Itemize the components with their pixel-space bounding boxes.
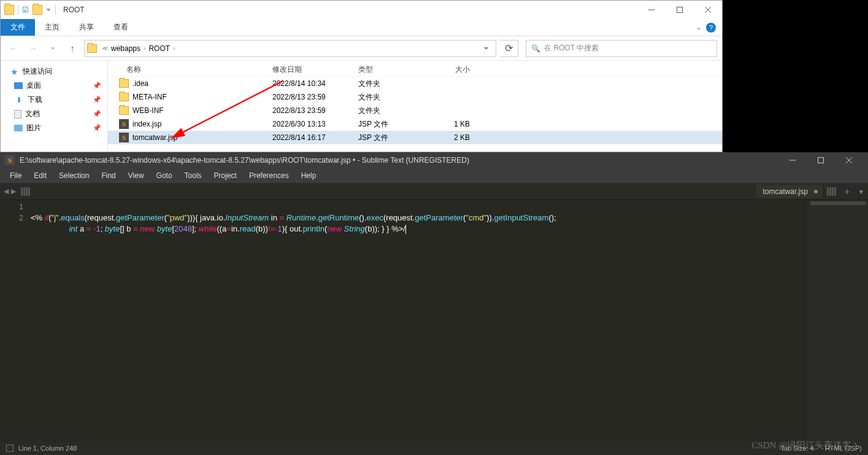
file-row[interactable]: META-INF2022/8/13 23:59文件夹: [108, 90, 722, 104]
status-bar: Line 1, Column 248 Tab Size: 4 HTML (JSP…: [0, 441, 868, 455]
sidebar-label: 文档: [25, 109, 40, 119]
nav-back-button[interactable]: ←: [6, 41, 21, 56]
ribbon-tab-file[interactable]: 文件: [1, 19, 35, 36]
status-position[interactable]: Line 1, Column 248: [18, 445, 77, 452]
col-name[interactable]: 名称: [108, 64, 267, 76]
minimize-button[interactable]: [637, 1, 666, 19]
sidebar-pictures[interactable]: 图片 📌: [1, 121, 107, 135]
text-cursor: [405, 225, 406, 234]
search-input[interactable]: 🔍 在 ROOT 中搜索: [526, 40, 717, 57]
window-controls: [637, 1, 722, 19]
qat-checkbox-icon[interactable]: ☑: [22, 6, 29, 14]
menu-item[interactable]: Project: [208, 169, 243, 182]
ribbon-collapse-icon[interactable]: ⌄: [696, 24, 701, 31]
folder-icon: [87, 44, 97, 53]
file-row[interactable]: .idea2022/8/14 10:34文件夹: [108, 77, 722, 90]
file-date: 2022/8/13 23:59: [267, 106, 353, 115]
breadcrumb-bar[interactable]: ≪ webapps › ROOT › ⏷: [84, 40, 496, 57]
search-icon: 🔍: [531, 44, 540, 53]
refresh-button[interactable]: ⟳: [500, 40, 518, 57]
breadcrumb-segment[interactable]: ROOT: [147, 44, 172, 53]
svg-rect-6: [818, 158, 824, 163]
menu-item[interactable]: Find: [95, 169, 121, 182]
menu-item[interactable]: View: [122, 169, 150, 182]
qat-overflow-icon[interactable]: ⏷: [46, 7, 52, 13]
column-headers[interactable]: 名称 修改日期 类型 大小: [108, 61, 722, 77]
menu-item[interactable]: Goto: [150, 169, 179, 182]
menu-item[interactable]: Selection: [53, 169, 95, 182]
file-row[interactable]: tomcatwar.jsp2022/8/14 16:17JSP 文件2 KB: [108, 131, 722, 144]
col-date[interactable]: 修改日期: [267, 64, 353, 76]
nav-up-button[interactable]: ↑: [64, 41, 80, 56]
pin-icon: 📌: [93, 82, 101, 90]
nav-forward-button[interactable]: →: [25, 41, 41, 56]
file-name: META-INF: [133, 93, 167, 101]
sidebar-documents[interactable]: 文档 📌: [1, 107, 107, 121]
line-gutter: 12: [0, 200, 31, 441]
sidebar-label: 桌面: [26, 80, 41, 91]
file-name: index.jsp: [133, 120, 161, 128]
pin-icon: 📌: [93, 110, 101, 118]
folder-icon[interactable]: [33, 5, 42, 15]
nav-back-icon[interactable]: ◀: [4, 187, 9, 195]
maximize-button[interactable]: [807, 152, 835, 168]
menu-item[interactable]: Help: [295, 169, 323, 182]
sidebar-label: 快速访问: [23, 66, 52, 77]
nav-forward-icon[interactable]: ▶: [11, 187, 16, 195]
navigation-pane: ★ 快速访问 桌面 📌 ⬇ 下载 📌 文档 📌 图片 📌: [1, 61, 108, 152]
file-type: JSP 文件: [353, 119, 427, 130]
folder-icon: [119, 93, 129, 101]
col-type[interactable]: 类型: [353, 64, 427, 76]
desktop-icon: [14, 82, 23, 89]
ribbon-tab-share[interactable]: 共享: [69, 19, 104, 36]
file-row[interactable]: WEB-INF2022/8/13 23:59文件夹: [108, 104, 722, 117]
sublime-title: E:\software\apache-tomcat-8.5.27-windows…: [20, 156, 469, 165]
menu-item[interactable]: Preferences: [243, 169, 295, 182]
sidebar-desktop[interactable]: 桌面 📌: [1, 79, 107, 93]
folder-icon[interactable]: [4, 5, 14, 15]
sublime-toolbar: ◀ ▶ tomcatwar.jsp + ▼: [0, 183, 868, 200]
folder-icon: [119, 79, 129, 88]
document-icon: [14, 110, 21, 119]
maximize-button[interactable]: [666, 1, 694, 19]
minimize-button[interactable]: [778, 152, 807, 168]
breadcrumb-segment[interactable]: webapps: [109, 44, 142, 53]
file-list: 名称 修改日期 类型 大小 .idea2022/8/14 10:34文件夹MET…: [108, 61, 722, 152]
file-date: 2022/8/14 16:17: [267, 133, 353, 142]
tab-dropdown-icon[interactable]: ▼: [855, 189, 868, 195]
sublime-titlebar[interactable]: E:\software\apache-tomcat-8.5.27-windows…: [0, 152, 868, 168]
pin-icon: 📌: [93, 96, 101, 104]
menu-item[interactable]: Tools: [179, 169, 208, 182]
sidebar-quick-access[interactable]: ★ 快速访问: [1, 64, 107, 79]
editor-area[interactable]: 12 <% if("j".equals(request.getParameter…: [0, 200, 868, 441]
line-number: 2: [0, 212, 23, 224]
address-bar-row: ← → ⏷ ↑ ≪ webapps › ROOT › ⏷ ⟳ 🔍 在 ROOT …: [1, 36, 722, 61]
ribbon-tab-home[interactable]: 主页: [35, 19, 69, 36]
status-language[interactable]: HTML (JSP): [825, 445, 862, 452]
file-date: 2022/6/30 13:13: [267, 120, 353, 128]
col-size[interactable]: 大小: [427, 64, 470, 76]
menu-item[interactable]: File: [4, 169, 28, 182]
editor-tab[interactable]: tomcatwar.jsp: [756, 185, 823, 198]
nav-recent-icon[interactable]: ⏷: [45, 41, 61, 56]
explorer-titlebar[interactable]: ☑ ⏷ ROOT: [1, 1, 722, 19]
breadcrumb-dropdown-icon[interactable]: ⏷: [480, 45, 493, 52]
help-icon[interactable]: ?: [706, 23, 716, 33]
status-tab-size[interactable]: Tab Size: 4: [780, 445, 813, 452]
pin-icon: 📌: [93, 124, 101, 132]
sidebar-label: 图片: [26, 123, 41, 133]
close-button[interactable]: [694, 1, 722, 19]
new-tab-button[interactable]: +: [840, 187, 855, 196]
ribbon: 文件 主页 共享 查看 ⌄ ?: [1, 19, 722, 36]
layout-icons[interactable]: [21, 187, 30, 196]
close-button[interactable]: [835, 152, 863, 168]
menu-item[interactable]: Edit: [28, 169, 53, 182]
file-icon: [119, 119, 129, 129]
layout-icons[interactable]: [827, 187, 836, 196]
minimap[interactable]: [807, 200, 868, 441]
sidebar-downloads[interactable]: ⬇ 下载 📌: [1, 93, 107, 107]
status-box-icon[interactable]: [6, 445, 13, 452]
file-row[interactable]: index.jsp2022/6/30 13:13JSP 文件1 KB: [108, 117, 722, 131]
code-content[interactable]: <% if("j".equals(request.getParameter("p…: [31, 200, 807, 441]
ribbon-tab-view[interactable]: 查看: [104, 19, 138, 36]
